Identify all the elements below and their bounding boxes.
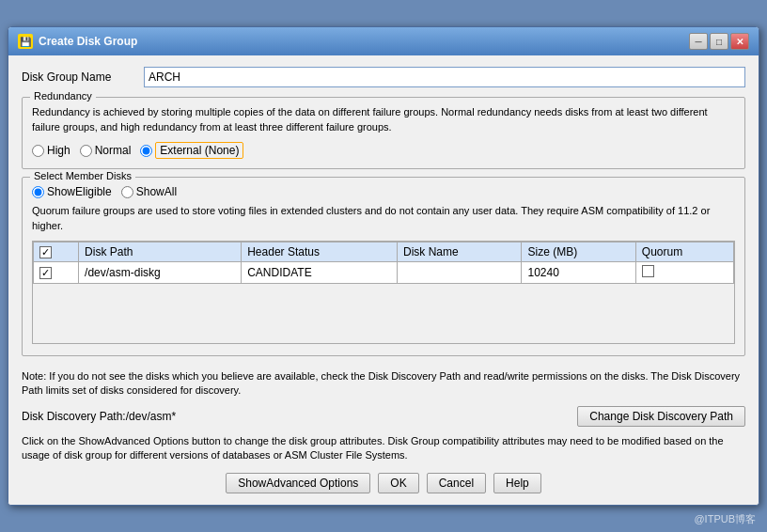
redundancy-radio-group: High Normal External (None) [32,142,735,159]
col-disk-path: Disk Path [79,243,242,262]
member-disks-group: Select Member Disks ShowEligible ShowAll… [22,177,745,356]
col-size: Size (MB) [522,243,635,262]
filter-all-input[interactable] [121,186,133,198]
disk-group-name-label: Disk Group Name [22,70,144,84]
row-check-cell[interactable] [34,262,79,284]
row-quorum-checkbox[interactable] [642,265,654,277]
change-discovery-path-button[interactable]: Change Disk Discovery Path [577,406,745,427]
redundancy-title: Redundancy [30,90,96,102]
show-advanced-button[interactable]: ShowAdvanced Options [226,473,370,493]
radio-normal[interactable]: Normal [80,144,132,157]
col-quorum: Quorum [635,243,733,262]
radio-normal-input[interactable] [80,145,92,157]
filter-eligible-input[interactable] [32,186,44,198]
bottom-note: Click on the ShowAdvanced Options button… [22,434,745,463]
ok-button[interactable]: OK [378,473,418,493]
filter-row: ShowEligible ShowAll [32,185,735,198]
quorum-info: Quorum failure groups are used to store … [32,204,735,233]
row-quorum [635,262,733,284]
radio-high[interactable]: High [32,144,70,157]
filter-all[interactable]: ShowAll [121,185,177,198]
row-header-status: CANDIDATE [242,262,398,284]
discovery-path-row: Disk Discovery Path:/dev/asm* Change Dis… [22,406,745,427]
watermark: @ITPUB博客 [694,512,756,526]
member-disks-title: Select Member Disks [30,170,135,181]
row-disk-name [398,262,522,284]
filter-all-label: ShowAll [136,185,177,198]
row-size: 10240 [522,262,635,284]
disk-table-container[interactable]: Disk Path Header Status Disk Name Size (… [32,241,735,344]
filter-eligible-label: ShowEligible [47,185,112,198]
radio-high-input[interactable] [32,145,44,157]
radio-external-input[interactable] [140,145,152,157]
maximize-button[interactable]: □ [710,33,728,50]
filter-eligible[interactable]: ShowEligible [32,185,112,198]
disk-group-name-row: Disk Group Name [22,67,745,87]
create-disk-group-window: 💾 Create Disk Group ─ □ ✕ Disk Group Nam… [8,26,759,505]
radio-external[interactable]: External (None) [140,142,243,159]
col-disk-name: Disk Name [398,243,522,262]
radio-high-label: High [47,144,70,157]
close-button[interactable]: ✕ [730,33,749,50]
table-row: /dev/asm-diskg CANDIDATE 10240 [34,262,734,284]
row-disk-path: /dev/asm-diskg [79,262,242,284]
disk-table: Disk Path Header Status Disk Name Size (… [33,242,734,284]
window-title: Create Disk Group [39,35,137,48]
radio-normal-label: Normal [95,144,132,157]
cancel-button[interactable]: Cancel [427,473,486,493]
row-checkbox[interactable] [39,267,52,279]
action-buttons: ShowAdvanced Options OK Cancel Help [22,473,745,493]
help-button[interactable]: Help [493,473,541,493]
window-icon: 💾 [18,34,33,49]
radio-external-label: External (None) [155,142,243,159]
col-header-status: Header Status [242,243,398,262]
discovery-path-label: Disk Discovery Path:/dev/asm* [22,410,176,423]
dialog-content: Disk Group Name Redundancy Redundancy is… [8,55,759,504]
discovery-note: Note: If you do not see the disks which … [22,364,745,402]
disk-group-name-input[interactable] [144,67,745,87]
minimize-button[interactable]: ─ [689,33,708,50]
redundancy-group: Redundancy Redundancy is achieved by sto… [22,97,745,169]
redundancy-description: Redundancy is achieved by storing multip… [32,105,735,134]
select-all-checkbox[interactable] [39,246,52,258]
col-check [34,243,79,262]
title-bar: 💾 Create Disk Group ─ □ ✕ [8,27,759,55]
